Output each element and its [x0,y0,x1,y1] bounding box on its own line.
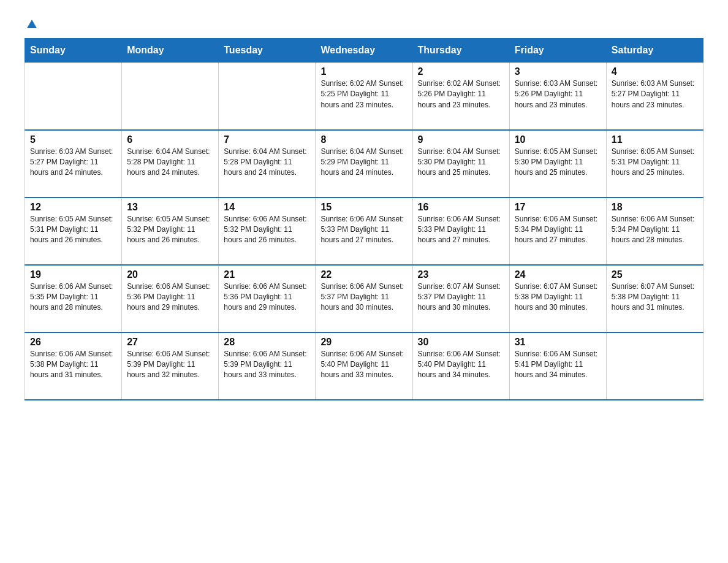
day-number: 11 [612,134,698,145]
day-number: 6 [127,134,213,145]
day-number: 22 [320,269,407,280]
calendar-cell: 7Sunrise: 6:04 AM Sunset: 5:28 PM Daylig… [219,130,316,197]
day-number: 19 [30,269,116,280]
calendar-cell: 1Sunrise: 6:02 AM Sunset: 5:25 PM Daylig… [316,63,412,130]
calendar-cell: 17Sunrise: 6:06 AM Sunset: 5:34 PM Dayli… [509,197,606,265]
day-info: Sunrise: 6:05 AM Sunset: 5:32 PM Dayligh… [127,214,213,246]
page-header [25,18,703,31]
calendar-cell: 23Sunrise: 6:07 AM Sunset: 5:37 PM Dayli… [412,265,509,332]
calendar-cell [219,63,316,130]
calendar-cell: 6Sunrise: 6:04 AM Sunset: 5:28 PM Daylig… [122,130,219,197]
calendar-cell: 5Sunrise: 6:03 AM Sunset: 5:27 PM Daylig… [25,130,122,197]
calendar-cell: 14Sunrise: 6:06 AM Sunset: 5:32 PM Dayli… [219,197,316,265]
day-info: Sunrise: 6:05 AM Sunset: 5:31 PM Dayligh… [612,147,698,178]
calendar-cell: 16Sunrise: 6:06 AM Sunset: 5:33 PM Dayli… [412,197,509,265]
day-number: 25 [612,269,698,280]
calendar-cell: 10Sunrise: 6:05 AM Sunset: 5:30 PM Dayli… [509,130,606,197]
calendar-cell: 8Sunrise: 6:04 AM Sunset: 5:29 PM Daylig… [316,130,412,197]
day-number: 9 [418,134,504,145]
day-info: Sunrise: 6:03 AM Sunset: 5:27 PM Dayligh… [30,147,116,178]
day-info: Sunrise: 6:06 AM Sunset: 5:39 PM Dayligh… [127,349,213,381]
calendar-header-row: SundayMondayTuesdayWednesdayThursdayFrid… [25,39,703,63]
day-info: Sunrise: 6:05 AM Sunset: 5:30 PM Dayligh… [515,147,601,178]
column-header-wednesday: Wednesday [316,39,412,63]
day-number: 15 [320,202,407,213]
day-number: 3 [515,66,601,77]
calendar-cell: 22Sunrise: 6:06 AM Sunset: 5:37 PM Dayli… [316,265,412,332]
calendar-cell: 12Sunrise: 6:05 AM Sunset: 5:31 PM Dayli… [25,197,122,265]
calendar-cell: 31Sunrise: 6:06 AM Sunset: 5:41 PM Dayli… [509,332,606,400]
calendar-cell: 18Sunrise: 6:06 AM Sunset: 5:34 PM Dayli… [606,197,703,265]
calendar-cell: 28Sunrise: 6:06 AM Sunset: 5:39 PM Dayli… [219,332,316,400]
calendar-cell [25,63,122,130]
day-info: Sunrise: 6:02 AM Sunset: 5:25 PM Dayligh… [320,79,407,110]
day-info: Sunrise: 6:04 AM Sunset: 5:30 PM Dayligh… [418,147,504,178]
logo [25,18,38,31]
day-number: 4 [612,66,698,77]
day-number: 18 [612,202,698,213]
day-info: Sunrise: 6:06 AM Sunset: 5:39 PM Dayligh… [224,349,310,381]
calendar-week-row: 26Sunrise: 6:06 AM Sunset: 5:38 PM Dayli… [25,332,703,400]
column-header-sunday: Sunday [25,39,122,63]
day-number: 28 [224,337,310,348]
calendar-week-row: 5Sunrise: 6:03 AM Sunset: 5:27 PM Daylig… [25,130,703,197]
calendar-cell: 27Sunrise: 6:06 AM Sunset: 5:39 PM Dayli… [122,332,219,400]
day-number: 24 [515,269,601,280]
calendar-cell: 20Sunrise: 6:06 AM Sunset: 5:36 PM Dayli… [122,265,219,332]
calendar-cell: 4Sunrise: 6:03 AM Sunset: 5:27 PM Daylig… [606,63,703,130]
day-number: 12 [30,202,116,213]
calendar-cell: 26Sunrise: 6:06 AM Sunset: 5:38 PM Dayli… [25,332,122,400]
column-header-saturday: Saturday [606,39,703,63]
day-info: Sunrise: 6:06 AM Sunset: 5:35 PM Dayligh… [30,282,116,313]
logo-triangle-icon [26,18,38,31]
day-info: Sunrise: 6:06 AM Sunset: 5:33 PM Dayligh… [418,214,504,246]
day-number: 27 [127,337,213,348]
day-info: Sunrise: 6:06 AM Sunset: 5:40 PM Dayligh… [320,349,407,381]
calendar-cell: 29Sunrise: 6:06 AM Sunset: 5:40 PM Dayli… [316,332,412,400]
calendar-week-row: 1Sunrise: 6:02 AM Sunset: 5:25 PM Daylig… [25,63,703,130]
day-info: Sunrise: 6:06 AM Sunset: 5:40 PM Dayligh… [418,349,504,381]
day-info: Sunrise: 6:07 AM Sunset: 5:37 PM Dayligh… [418,282,504,313]
calendar-cell: 3Sunrise: 6:03 AM Sunset: 5:26 PM Daylig… [509,63,606,130]
day-info: Sunrise: 6:06 AM Sunset: 5:36 PM Dayligh… [127,282,213,313]
day-info: Sunrise: 6:06 AM Sunset: 5:32 PM Dayligh… [224,214,310,246]
calendar-cell: 21Sunrise: 6:06 AM Sunset: 5:36 PM Dayli… [219,265,316,332]
day-number: 5 [30,134,116,145]
day-number: 26 [30,337,116,348]
day-number: 16 [418,202,504,213]
day-number: 21 [224,269,310,280]
day-number: 20 [127,269,213,280]
day-number: 1 [320,66,407,77]
day-number: 30 [418,337,504,348]
day-info: Sunrise: 6:06 AM Sunset: 5:34 PM Dayligh… [515,214,601,246]
day-info: Sunrise: 6:06 AM Sunset: 5:33 PM Dayligh… [320,214,407,246]
column-header-thursday: Thursday [412,39,509,63]
day-info: Sunrise: 6:04 AM Sunset: 5:28 PM Dayligh… [224,147,310,178]
calendar-week-row: 12Sunrise: 6:05 AM Sunset: 5:31 PM Dayli… [25,197,703,265]
day-info: Sunrise: 6:02 AM Sunset: 5:26 PM Dayligh… [418,79,504,110]
calendar-cell: 19Sunrise: 6:06 AM Sunset: 5:35 PM Dayli… [25,265,122,332]
column-header-tuesday: Tuesday [219,39,316,63]
calendar-table: SundayMondayTuesdayWednesdayThursdayFrid… [25,38,703,400]
calendar-cell: 24Sunrise: 6:07 AM Sunset: 5:38 PM Dayli… [509,265,606,332]
day-number: 17 [515,202,601,213]
day-number: 29 [320,337,407,348]
day-number: 31 [515,337,601,348]
day-info: Sunrise: 6:03 AM Sunset: 5:27 PM Dayligh… [612,79,698,110]
day-number: 13 [127,202,213,213]
svg-marker-0 [27,20,37,28]
calendar-cell: 9Sunrise: 6:04 AM Sunset: 5:30 PM Daylig… [412,130,509,197]
day-info: Sunrise: 6:04 AM Sunset: 5:28 PM Dayligh… [127,147,213,178]
day-info: Sunrise: 6:07 AM Sunset: 5:38 PM Dayligh… [612,282,698,313]
day-number: 2 [418,66,504,77]
column-header-friday: Friday [509,39,606,63]
day-number: 23 [418,269,504,280]
day-info: Sunrise: 6:06 AM Sunset: 5:34 PM Dayligh… [612,214,698,246]
day-info: Sunrise: 6:06 AM Sunset: 5:38 PM Dayligh… [30,349,116,381]
day-number: 14 [224,202,310,213]
day-info: Sunrise: 6:05 AM Sunset: 5:31 PM Dayligh… [30,214,116,246]
column-header-monday: Monday [122,39,219,63]
calendar-cell: 13Sunrise: 6:05 AM Sunset: 5:32 PM Dayli… [122,197,219,265]
day-info: Sunrise: 6:06 AM Sunset: 5:37 PM Dayligh… [320,282,407,313]
calendar-cell: 25Sunrise: 6:07 AM Sunset: 5:38 PM Dayli… [606,265,703,332]
